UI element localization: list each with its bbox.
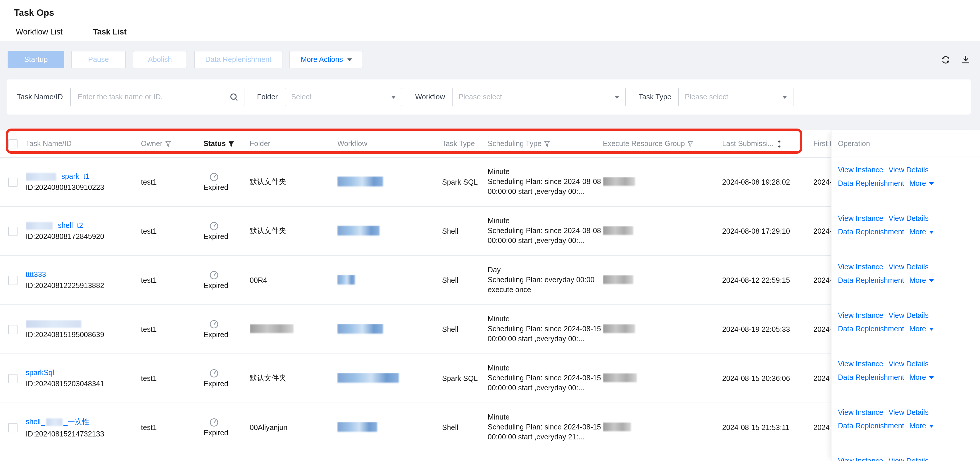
pause-button[interactable]: Pause <box>72 51 126 68</box>
view-instance-link[interactable]: View Instance <box>838 311 883 320</box>
task-id: ID:20240815214732133 <box>26 430 141 438</box>
sort-icon[interactable] <box>776 140 782 147</box>
chevron-down-icon <box>929 279 934 282</box>
redacted-workflow[interactable] <box>337 323 383 333</box>
data-replenishment-link[interactable]: Data Replenishment <box>838 422 904 430</box>
operation-row: View InstanceView DetailsData Replenishm… <box>832 448 980 461</box>
view-instance-link[interactable]: View Instance <box>838 263 883 271</box>
view-details-link[interactable]: View Details <box>888 360 929 368</box>
chevron-down-icon <box>929 376 934 379</box>
task-name-input-field[interactable] <box>76 92 226 102</box>
last-submission-cell: 2024-08-08 19:28:02 <box>722 178 813 186</box>
view-details-link[interactable]: View Details <box>888 409 929 417</box>
owner-cell: test1 <box>141 276 204 284</box>
col-task-name: Task Name/ID <box>26 139 141 148</box>
view-details-link[interactable]: View Details <box>888 166 929 174</box>
data-replenishment-link[interactable]: Data Replenishment <box>838 276 904 285</box>
task-name-link[interactable]: shell__一次性 <box>26 417 141 427</box>
view-details-link[interactable]: View Details <box>888 457 929 461</box>
task-name-link[interactable]: _spark_t1 <box>26 173 141 181</box>
filter-icon[interactable] <box>165 141 171 146</box>
folder-select[interactable]: Select <box>285 88 402 106</box>
view-details-link[interactable]: View Details <box>888 263 929 271</box>
more-link[interactable]: More <box>910 276 934 285</box>
chevron-down-icon <box>929 230 934 233</box>
task-id: ID:20240808172845920 <box>26 233 141 241</box>
filter-icon-active[interactable] <box>229 141 234 146</box>
more-link[interactable]: More <box>910 325 934 333</box>
abolish-button[interactable]: Abolish <box>133 51 187 68</box>
row-checkbox[interactable] <box>8 423 18 432</box>
filter-icon[interactable] <box>544 141 550 146</box>
redacted-workflow[interactable] <box>337 274 355 284</box>
last-submission-cell: 2024-08-08 17:29:10 <box>722 227 813 235</box>
task-id: ID:20240815195008639 <box>26 330 141 339</box>
operation-row: View InstanceView DetailsData Replenishm… <box>832 351 980 400</box>
folder-name: 默认文件夹 <box>250 177 286 186</box>
task-name-link[interactable]: sparkSql <box>26 369 141 377</box>
chevron-down-icon <box>929 328 934 330</box>
task-name-link[interactable]: _shell_t2 <box>26 222 141 230</box>
refresh-icon[interactable] <box>941 55 951 65</box>
more-link[interactable]: More <box>910 228 934 236</box>
data-replenishment-link[interactable]: Data Replenishment <box>838 228 904 236</box>
row-checkbox[interactable] <box>8 177 18 187</box>
task-name-link[interactable] <box>26 320 141 328</box>
page-title: Task Ops <box>0 0 980 18</box>
view-details-link[interactable]: View Details <box>888 311 929 320</box>
status-label: Expired <box>204 380 228 388</box>
operation-column-body: View InstanceView DetailsData Replenishm… <box>832 157 980 461</box>
redacted-resource-group <box>603 177 635 185</box>
view-instance-link[interactable]: View Instance <box>838 409 883 417</box>
workflow-filter-label: Workflow <box>415 93 445 101</box>
col-operation: Operation <box>832 130 980 157</box>
expired-status-icon <box>209 222 219 231</box>
redacted-text <box>26 173 56 180</box>
row-checkbox[interactable] <box>8 276 18 285</box>
col-last-submission: Last Submissi... <box>722 139 813 148</box>
view-instance-link[interactable]: View Instance <box>838 214 883 223</box>
view-instance-link[interactable]: View Instance <box>838 457 883 461</box>
status-label: Expired <box>204 184 228 192</box>
task-type-cell: Spark SQL <box>442 374 488 382</box>
row-checkbox[interactable] <box>8 374 18 383</box>
data-replenishment-link[interactable]: Data Replenishment <box>838 325 904 333</box>
redacted-workflow[interactable] <box>337 176 383 186</box>
more-link[interactable]: More <box>910 373 934 382</box>
data-replenishment-link[interactable]: Data Replenishment <box>838 179 904 188</box>
task-type-select[interactable]: Please select <box>678 88 794 106</box>
task-name-link[interactable]: tttt333 <box>26 271 141 279</box>
operation-row: View InstanceView DetailsData Replenishm… <box>832 303 980 351</box>
chevron-down-icon <box>614 95 619 98</box>
more-link[interactable]: More <box>910 179 934 188</box>
task-type-cell: Spark SQL <box>442 178 488 186</box>
row-checkbox[interactable] <box>8 325 18 334</box>
more-link[interactable]: More <box>910 422 934 430</box>
select-all-checkbox[interactable] <box>8 139 18 148</box>
col-execute-resource-group: Execute Resource Group <box>603 139 722 148</box>
scheduling-cell: DayScheduling Plan: everyday 00:00 execu… <box>488 265 603 295</box>
startup-button[interactable]: Startup <box>8 51 64 68</box>
more-actions-button[interactable]: More Actions <box>290 51 363 68</box>
view-details-link[interactable]: View Details <box>888 214 929 223</box>
redacted-resource-group <box>603 226 633 234</box>
filter-bar: Task Name/ID Folder Select Workflow Plea… <box>7 79 970 114</box>
task-ops-page: Task Ops Workflow List Task List Startup… <box>0 0 980 461</box>
search-icon[interactable] <box>229 93 238 101</box>
redacted-resource-group <box>603 324 635 333</box>
view-instance-link[interactable]: View Instance <box>838 360 883 368</box>
redacted-workflow[interactable] <box>337 225 380 235</box>
chevron-down-icon <box>391 95 396 98</box>
redacted-workflow[interactable] <box>337 421 377 431</box>
content-area: Startup Pause Abolish Data Replenishment… <box>0 41 980 461</box>
task-name-search-input[interactable] <box>70 88 244 106</box>
data-replenishment-button[interactable]: Data Replenishment <box>194 51 283 68</box>
download-icon[interactable] <box>961 55 970 65</box>
view-instance-link[interactable]: View Instance <box>838 166 883 174</box>
folder-name: 00Aliyanjun <box>250 423 287 431</box>
redacted-workflow[interactable] <box>337 372 399 382</box>
filter-icon[interactable] <box>688 141 693 146</box>
workflow-select[interactable]: Please select <box>452 88 626 106</box>
row-checkbox[interactable] <box>8 227 18 236</box>
data-replenishment-link[interactable]: Data Replenishment <box>838 373 904 382</box>
